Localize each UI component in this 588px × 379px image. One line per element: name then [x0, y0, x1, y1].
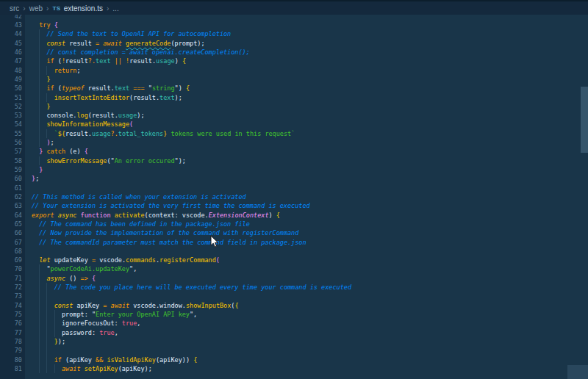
code-line[interactable]: 49 } [0, 75, 588, 84]
indent-guide [39, 129, 40, 138]
line-number[interactable]: 59 [0, 165, 25, 174]
line-number[interactable]: 53 [0, 111, 25, 120]
line-number[interactable]: 51 [0, 93, 25, 102]
code-line[interactable]: 64export async function activate(context… [0, 211, 588, 220]
code-line[interactable]: 46 // const completion = await openai.cr… [0, 48, 588, 57]
line-number[interactable]: 67 [0, 238, 25, 247]
line-number[interactable]: 58 [0, 156, 25, 165]
code-line[interactable]: 48 return; [0, 66, 588, 75]
line-number[interactable]: 75 [0, 310, 25, 319]
line-number[interactable]: 69 [0, 256, 25, 264]
code-line[interactable]: 76 ignoreFocusOut: true, [0, 319, 588, 328]
code-line[interactable]: 69 let updateKey = vscode.commands.regis… [0, 256, 588, 264]
line-number[interactable]: 46 [0, 48, 25, 57]
code-line[interactable]: 45 const result = await generateCode(pro… [0, 39, 588, 48]
code-line[interactable]: 73 [0, 292, 588, 300]
code-line[interactable]: 71 async () => { [0, 274, 588, 283]
line-number[interactable]: 80 [0, 355, 25, 364]
line-number[interactable]: 47 [0, 57, 25, 65]
code-editor[interactable]: 4243 try {44 // Send the text to OpenAI … [0, 15, 588, 379]
indent-guide [39, 39, 40, 48]
code-line[interactable]: 61 [0, 184, 588, 192]
breadcrumb-item-filename[interactable]: extension.ts [64, 4, 103, 12]
code-text: } [25, 165, 588, 174]
code-line[interactable]: 43 try { [0, 21, 588, 29]
code-line[interactable]: 72 // The code you place here will be ex… [0, 283, 588, 292]
code-line[interactable]: 63// Your extension is activated the ver… [0, 201, 588, 210]
code-line[interactable]: 58 showErrorMessage("An error occured"); [0, 156, 588, 165]
code-line[interactable]: 66 // Now provide the implementation of … [0, 228, 588, 237]
indent-guide [39, 292, 40, 300]
code-line[interactable]: 59 } [0, 165, 588, 174]
indent-guide [46, 283, 47, 292]
breadcrumb-item-src[interactable]: src [10, 4, 19, 12]
line-number[interactable]: 79 [0, 346, 25, 355]
code-line[interactable]: 80 if (apiKey && isValidApiKey(apiKey)) … [0, 355, 588, 364]
line-number[interactable]: 70 [0, 264, 25, 273]
line-number[interactable]: 68 [0, 247, 25, 256]
line-number[interactable]: 49 [0, 75, 25, 84]
line-number[interactable]: 61 [0, 184, 25, 192]
line-number[interactable]: 81 [0, 364, 25, 373]
line-number[interactable]: 74 [0, 301, 25, 310]
breadcrumb-separator-icon: › [46, 4, 49, 12]
line-number[interactable]: 48 [0, 66, 25, 75]
code-line[interactable]: 57 } catch (e) { [0, 147, 588, 156]
indent-guide [54, 319, 55, 328]
line-number[interactable]: 52 [0, 102, 25, 111]
code-line[interactable]: 67 // The commandId parameter must match… [0, 238, 588, 247]
code-line[interactable]: 53 console.log(result.usage); [0, 111, 588, 120]
line-number[interactable]: 78 [0, 337, 25, 346]
code-text: } catch (e) { [25, 147, 588, 156]
code-text: // Your extension is activated the very … [25, 201, 588, 210]
code-line[interactable]: 60}; [0, 174, 588, 183]
line-number[interactable]: 55 [0, 129, 25, 138]
line-number[interactable]: 77 [0, 328, 25, 337]
vertical-scrollbar-thumb[interactable] [581, 87, 588, 153]
code-line[interactable]: 70 "powerCodeAi.updateKey", [0, 264, 588, 273]
code-line[interactable]: 50 if (typeof result.text === "string") … [0, 84, 588, 93]
code-line[interactable]: 79 [0, 346, 588, 355]
line-number[interactable]: 54 [0, 120, 25, 129]
code-line[interactable]: 44 // Send the text to OpenAI API for au… [0, 29, 588, 38]
code-line[interactable]: 42 [0, 15, 588, 21]
code-line[interactable]: 77 password: true, [0, 328, 588, 337]
code-line[interactable]: 75 prompt: "Enter your OpenAI API key", [0, 310, 588, 319]
line-number[interactable]: 45 [0, 39, 25, 48]
breadcrumb-overflow[interactable]: ... [112, 4, 118, 12]
code-line[interactable]: 56 ); [0, 138, 588, 147]
breadcrumb-item-web[interactable]: web [29, 4, 43, 12]
line-number[interactable]: 42 [0, 15, 25, 21]
code-line[interactable]: 47 if (!result?.text || !result.usage) { [0, 57, 588, 65]
line-number[interactable]: 50 [0, 84, 25, 93]
code-line[interactable]: 68 [0, 247, 588, 256]
line-number[interactable]: 64 [0, 211, 25, 220]
code-line[interactable]: 55 `${result.usage?.total_tokens} tokens… [0, 129, 588, 138]
line-number[interactable]: 57 [0, 147, 25, 156]
line-number[interactable]: 44 [0, 29, 25, 38]
code-line[interactable]: 54 showInformationMessage( [0, 120, 588, 129]
code-line[interactable]: 62// This method is called when your ext… [0, 192, 588, 201]
line-number[interactable]: 65 [0, 220, 25, 228]
indent-guide [39, 84, 40, 93]
code-line[interactable]: 81 await setApiKey(apiKey); [0, 364, 588, 373]
line-number[interactable]: 43 [0, 21, 25, 29]
code-line[interactable]: 51 insertTextIntoEditor(result.text); [0, 93, 588, 102]
line-number[interactable]: 63 [0, 201, 25, 210]
line-number[interactable]: 73 [0, 292, 25, 300]
code-line[interactable]: 65 // The command has been defined in th… [0, 220, 588, 228]
line-number[interactable]: 71 [0, 274, 25, 283]
code-line[interactable]: 52 } [0, 102, 588, 111]
line-number[interactable]: 56 [0, 138, 25, 147]
line-number[interactable]: 62 [0, 192, 25, 201]
line-number[interactable]: 60 [0, 174, 25, 183]
line-number[interactable]: 66 [0, 228, 25, 237]
indent-guide [46, 292, 47, 300]
code-line[interactable]: 78 }); [0, 337, 588, 346]
code-line[interactable]: 74 const apiKey = await vscode.window.sh… [0, 301, 588, 310]
line-number[interactable]: 72 [0, 283, 25, 292]
indent-guide [46, 346, 47, 355]
line-number[interactable]: 76 [0, 319, 25, 328]
window-top-border [0, 0, 588, 1]
indent-guide [39, 75, 40, 84]
